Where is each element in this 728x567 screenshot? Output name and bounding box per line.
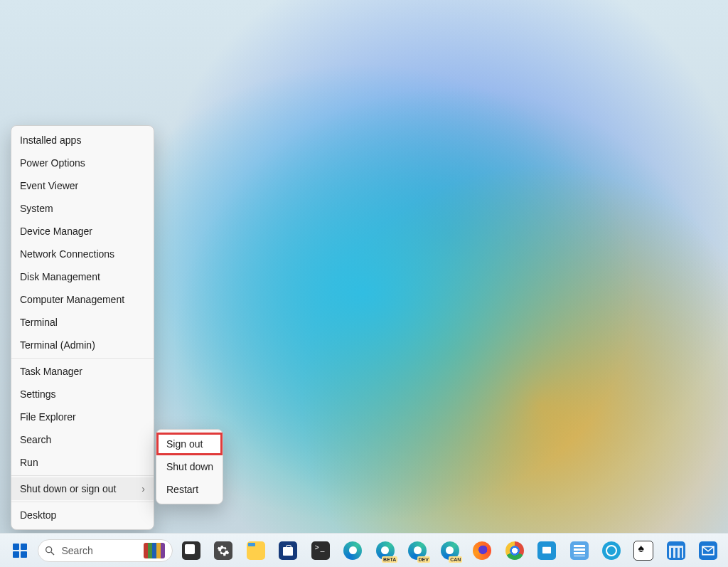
menu-separator bbox=[11, 502, 154, 502]
menu-item-device-manager[interactable]: Device Manager bbox=[11, 220, 154, 243]
menu-item-power-options[interactable]: Power Options bbox=[11, 152, 154, 174]
notepad-icon bbox=[570, 541, 589, 560]
taskbar-icon-firefox[interactable] bbox=[468, 536, 496, 565]
taskbar-icon-solitaire[interactable] bbox=[630, 536, 658, 565]
svg-line-1 bbox=[51, 552, 54, 555]
menu-item-terminal-admin[interactable]: Terminal (Admin) bbox=[11, 334, 154, 356]
app-icon bbox=[537, 541, 556, 560]
winx-menu: Installed apps Power Options Event Viewe… bbox=[11, 125, 154, 530]
taskbar-icon-edge-beta[interactable]: BETA bbox=[371, 536, 399, 565]
submenu-item-sign-out[interactable]: Sign out bbox=[156, 433, 223, 455]
solitaire-icon bbox=[633, 541, 653, 561]
menu-item-label: Disk Management bbox=[20, 271, 100, 282]
calendar-icon bbox=[667, 541, 685, 560]
start-button[interactable] bbox=[6, 536, 33, 565]
search-placeholder: Search bbox=[61, 545, 138, 556]
menu-item-label: Network Connections bbox=[20, 248, 114, 260]
menu-item-label: Installed apps bbox=[20, 134, 81, 146]
menu-item-label: Shut down bbox=[166, 461, 213, 472]
taskbar-icon-app-1[interactable] bbox=[532, 536, 560, 565]
menu-item-label: Settings bbox=[20, 388, 56, 400]
menu-item-disk-management[interactable]: Disk Management bbox=[11, 265, 154, 288]
taskbar-icon-terminal[interactable] bbox=[306, 536, 334, 565]
menu-item-label: Device Manager bbox=[20, 226, 92, 237]
taskbar-icon-edge-dev[interactable]: DEV bbox=[403, 536, 431, 565]
menu-item-label: Run bbox=[20, 457, 38, 468]
submenu-item-restart[interactable]: Restart bbox=[156, 478, 223, 501]
taskbar-icon-edge-canary[interactable]: CAN bbox=[436, 536, 464, 565]
menu-item-label: Sign out bbox=[166, 438, 203, 450]
menu-item-label: Shut down or sign out bbox=[20, 483, 116, 494]
menu-item-search[interactable]: Search bbox=[11, 428, 154, 451]
menu-item-label: Event Viewer bbox=[20, 180, 78, 191]
taskbar-icon-file-explorer[interactable] bbox=[242, 536, 269, 565]
firefox-icon bbox=[473, 541, 491, 560]
menu-item-label: Computer Management bbox=[20, 294, 124, 305]
terminal-icon bbox=[311, 541, 330, 560]
menu-item-label: Terminal bbox=[20, 317, 58, 328]
taskbar-icon-chrome[interactable] bbox=[500, 536, 528, 565]
menu-item-file-explorer[interactable]: File Explorer bbox=[11, 406, 154, 428]
menu-item-shutdown-signout[interactable]: Shut down or sign out › bbox=[11, 477, 154, 500]
svg-rect-2 bbox=[542, 546, 551, 553]
edge-channel-badge: CAN bbox=[449, 556, 462, 563]
taskbar-icon-mail[interactable] bbox=[695, 536, 722, 565]
taskbar: Search BETA DEV CAN bbox=[0, 533, 728, 567]
windows-logo-icon bbox=[13, 544, 27, 558]
menu-item-run[interactable]: Run bbox=[11, 451, 154, 474]
menu-item-label: Restart bbox=[166, 484, 198, 495]
taskbar-icon-notepad[interactable] bbox=[565, 536, 593, 565]
menu-item-label: System bbox=[20, 203, 53, 214]
task-view-icon bbox=[182, 541, 200, 560]
menu-item-network-connections[interactable]: Network Connections bbox=[11, 243, 154, 265]
menu-separator bbox=[11, 475, 154, 476]
search-icon bbox=[44, 545, 55, 556]
folder-icon bbox=[247, 541, 265, 560]
taskbar-icon-task-view[interactable] bbox=[177, 536, 205, 565]
submenu-item-shut-down[interactable]: Shut down bbox=[156, 455, 223, 478]
taskbar-search[interactable]: Search bbox=[38, 539, 173, 562]
mail-icon bbox=[699, 541, 717, 560]
menu-item-system[interactable]: System bbox=[11, 197, 154, 220]
taskbar-icon-cortana[interactable] bbox=[597, 536, 625, 565]
menu-item-label: Terminal (Admin) bbox=[20, 339, 95, 351]
menu-item-settings[interactable]: Settings bbox=[11, 383, 154, 406]
menu-item-terminal[interactable]: Terminal bbox=[11, 311, 154, 334]
edge-channel-badge: BETA bbox=[382, 556, 398, 563]
gear-icon bbox=[214, 541, 232, 560]
menu-item-label: Power Options bbox=[20, 157, 85, 169]
taskbar-icon-microsoft-store[interactable] bbox=[274, 536, 302, 565]
taskbar-icon-settings[interactable] bbox=[210, 536, 237, 565]
menu-item-label: Task Manager bbox=[20, 366, 82, 377]
edge-channel-badge: DEV bbox=[417, 556, 430, 563]
menu-item-event-viewer[interactable]: Event Viewer bbox=[11, 174, 154, 197]
menu-item-desktop[interactable]: Desktop bbox=[11, 504, 154, 526]
taskbar-icon-calendar[interactable] bbox=[662, 536, 690, 565]
cortana-icon bbox=[602, 541, 621, 560]
menu-item-label: Desktop bbox=[20, 509, 56, 521]
menu-item-installed-apps[interactable]: Installed apps bbox=[11, 129, 154, 152]
menu-separator bbox=[11, 358, 154, 359]
search-highlight-image bbox=[144, 543, 165, 558]
chevron-right-icon: › bbox=[141, 477, 145, 500]
svg-point-0 bbox=[46, 546, 52, 552]
shutdown-submenu: Sign out Shut down Restart bbox=[156, 429, 223, 504]
edge-icon bbox=[343, 541, 362, 560]
taskbar-icon-edge[interactable] bbox=[339, 536, 367, 565]
menu-item-label: File Explorer bbox=[20, 411, 76, 423]
menu-item-label: Search bbox=[20, 434, 51, 445]
chrome-icon bbox=[505, 541, 524, 560]
menu-item-computer-management[interactable]: Computer Management bbox=[11, 288, 154, 311]
store-icon bbox=[279, 541, 297, 560]
menu-item-task-manager[interactable]: Task Manager bbox=[11, 360, 154, 383]
